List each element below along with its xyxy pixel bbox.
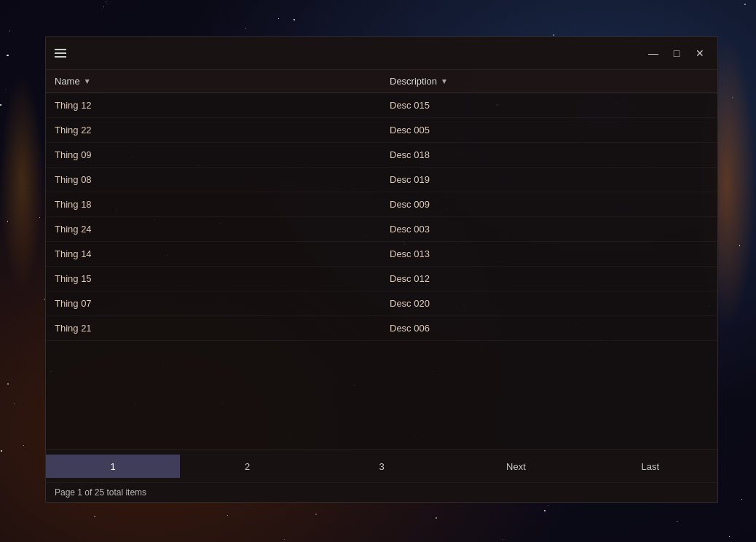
title-bar: — □ ✕ (46, 37, 717, 70)
column-name-label: Name (55, 76, 80, 87)
title-bar-left (53, 47, 68, 59)
cell-desc-4: Desc 009 (381, 192, 717, 216)
name-filter-icon[interactable]: ▼ (84, 77, 91, 85)
minimize-button[interactable]: — (643, 43, 664, 63)
menu-icon[interactable] (53, 47, 68, 59)
last-button[interactable]: Last (583, 455, 717, 478)
table-row[interactable]: Thing 12Desc 015 (46, 93, 717, 118)
status-bar: Page 1 of 25 total items (46, 482, 717, 502)
cell-desc-9: Desc 006 (381, 316, 717, 340)
cell-name-9: Thing 21 (46, 316, 381, 340)
column-header-name[interactable]: Name ▼ (46, 70, 381, 93)
table-area: Name ▼ Description ▼ Thing 12Desc 015Thi… (46, 70, 717, 449)
status-text: Page 1 of 25 total items (55, 487, 146, 498)
cell-desc-7: Desc 012 (381, 267, 717, 291)
page-button-2[interactable]: 2 (180, 455, 314, 478)
cell-name-0: Thing 12 (46, 93, 381, 117)
cell-desc-5: Desc 003 (381, 217, 717, 241)
cell-desc-6: Desc 013 (381, 242, 717, 266)
table-row[interactable]: Thing 24Desc 003 (46, 217, 717, 242)
table-row[interactable]: Thing 07Desc 020 (46, 291, 717, 316)
app-window: — □ ✕ Name ▼ Description ▼ Thing 12Desc … (45, 36, 718, 503)
table-body: Thing 12Desc 015Thing 22Desc 005Thing 09… (46, 93, 717, 449)
close-button[interactable]: ✕ (690, 43, 710, 63)
table-row[interactable]: Thing 08Desc 019 (46, 168, 717, 192)
table-row[interactable]: Thing 22Desc 005 (46, 118, 717, 143)
cell-desc-8: Desc 020 (381, 291, 717, 315)
column-header-description[interactable]: Description ▼ (381, 70, 717, 93)
table-row[interactable]: Thing 09Desc 018 (46, 143, 717, 168)
cell-name-2: Thing 09 (46, 143, 381, 167)
cell-desc-3: Desc 019 (381, 168, 717, 192)
cell-desc-0: Desc 015 (381, 93, 717, 117)
cell-name-5: Thing 24 (46, 217, 381, 241)
cell-desc-2: Desc 018 (381, 143, 717, 167)
cell-name-8: Thing 07 (46, 291, 381, 315)
cell-name-3: Thing 08 (46, 168, 381, 192)
nebula-left (0, 73, 44, 291)
page-button-3[interactable]: 3 (315, 455, 449, 478)
pagination-bar: 1 2 3 Next Last (46, 449, 717, 482)
column-description-label: Description (390, 76, 437, 87)
cell-desc-1: Desc 005 (381, 118, 717, 142)
table-header: Name ▼ Description ▼ (46, 70, 717, 93)
table-row[interactable]: Thing 15Desc 012 (46, 267, 717, 291)
window-controls: — □ ✕ (643, 43, 710, 63)
cell-name-4: Thing 18 (46, 192, 381, 216)
maximize-button[interactable]: □ (666, 43, 687, 63)
table-row[interactable]: Thing 21Desc 006 (46, 316, 717, 341)
cell-name-7: Thing 15 (46, 267, 381, 291)
description-filter-icon[interactable]: ▼ (441, 77, 448, 85)
cell-name-6: Thing 14 (46, 242, 381, 266)
cell-name-1: Thing 22 (46, 118, 381, 142)
next-button[interactable]: Next (449, 455, 583, 478)
table-row[interactable]: Thing 18Desc 009 (46, 192, 717, 217)
page-button-1[interactable]: 1 (46, 455, 180, 478)
table-row[interactable]: Thing 14Desc 013 (46, 242, 717, 267)
